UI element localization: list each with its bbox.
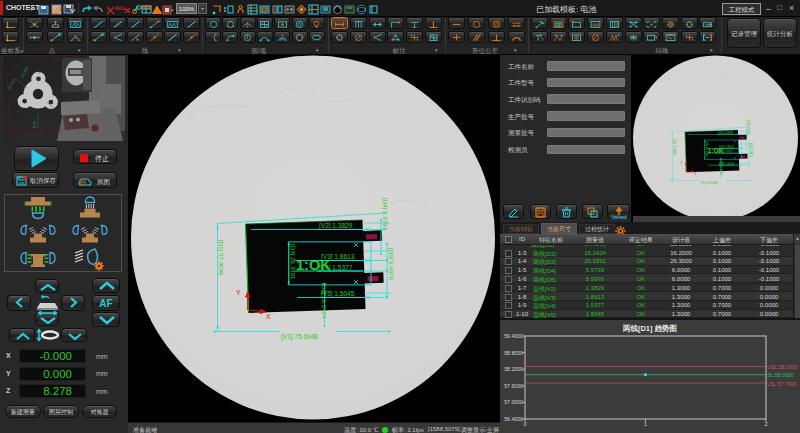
svg-text:56.4000: 56.4000 bbox=[504, 416, 523, 422]
svg-text:57.6000: 57.6000 bbox=[504, 383, 523, 389]
svg-text:57.0000: 57.0000 bbox=[504, 399, 523, 405]
svg-text:8.21: 8.21 bbox=[32, 119, 37, 128]
svg-text:58.2000: 58.2000 bbox=[504, 366, 523, 372]
svg-text:USL:58.3000: USL:58.3000 bbox=[767, 364, 797, 370]
svg-text:LSL:57.7000: LSL:57.7000 bbox=[767, 381, 797, 387]
svg-text:59.4000: 59.4000 bbox=[504, 333, 523, 339]
svg-text:SL:58.0000: SL:58.0000 bbox=[767, 372, 794, 378]
svg-text:40.021 05: 40.021 05 bbox=[25, 131, 44, 136]
svg-text:Unload: Unload bbox=[611, 215, 627, 220]
svg-text:58.8000: 58.8000 bbox=[504, 350, 523, 356]
